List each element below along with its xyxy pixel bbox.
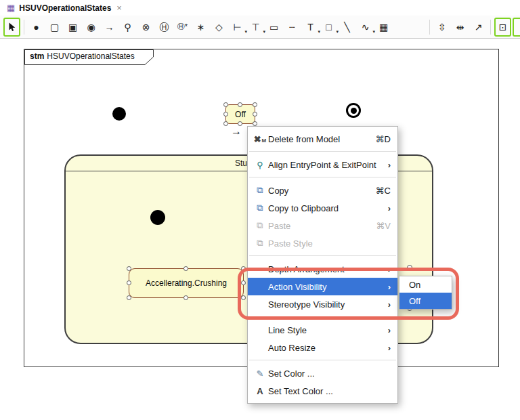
pointer-icon [7,22,16,32]
state-icon: ▢ [50,22,59,32]
selection-handle[interactable] [223,112,228,117]
menu-item-delete-from-model[interactable]: ✖M Delete from Model ⌘D [248,130,397,148]
selection-handle[interactable] [241,266,246,271]
menu-item-line-style[interactable]: Line Style › [248,321,397,339]
anchor-tool[interactable]: ┄ [284,18,301,37]
menu-item-label: Auto Resize [268,343,377,353]
selection-handle[interactable] [127,280,131,285]
menu-item-action-visibility[interactable]: Action Visibility › [248,278,397,295]
pin-tool[interactable]: ↗ [470,18,487,37]
menu-item-label: Paste Style [268,238,391,249]
shallow-history-tool[interactable]: Ⓗ [156,18,173,37]
final-state[interactable] [346,103,361,118]
final-state-tool[interactable]: ◉ [83,18,100,37]
initial-state-tool[interactable]: ● [28,18,45,37]
transition-manipulator-icon[interactable]: → [231,126,242,137]
state-off[interactable]: Off [225,104,255,124]
transition-tool[interactable]: → [101,18,118,37]
state-label: Accellerating.Crushing [146,278,227,288]
image-shape-tool[interactable]: ⊡ [494,18,511,37]
tab-hsuv-operational-states[interactable]: ▦ HSUVOperationalStates × [0,0,129,16]
exit-point-icon: ⊗ [142,22,150,32]
note-tool[interactable]: ▭ [265,18,282,37]
state-tool[interactable]: ▢ [46,18,63,37]
distribute-vertical-tool[interactable]: ⇳ [433,18,450,37]
selection-handle[interactable] [241,280,246,285]
choice-icon: ◇ [215,22,223,32]
frame-label: stmHSUVOperationalStates [30,51,135,61]
menu-item-auto-resize[interactable]: Auto Resize › [248,339,397,356]
selection-handle[interactable] [183,295,188,300]
menu-shortcut: ⌘V [376,221,391,231]
delete-from-model-icon: ✖M [252,134,268,144]
submenu-arrow-icon: › [388,203,391,213]
selection-handle[interactable] [223,121,228,126]
selection-handle[interactable] [238,102,242,107]
menu-item-label: Stereotype Visibility [268,299,377,310]
selection-handle[interactable] [127,266,131,271]
entry-point-icon: ⚲ [252,160,268,170]
initial-pseudostate[interactable] [112,107,126,121]
curve-tool[interactable]: ∿▾ [357,18,374,37]
selection-handle[interactable] [241,295,246,300]
state-accellerating-crushing[interactable]: Accellerating.Crushing [129,268,244,298]
selection-handle[interactable] [253,121,257,126]
distribute-vertical-icon: ⇳ [438,22,446,32]
image-shape-icon: ⊡ [499,22,507,32]
fork-icon: ⊢ [233,22,241,32]
tab-bar: ▦ HSUVOperationalStates × [0,0,520,16]
selection-handle[interactable] [223,102,228,107]
menu-separator [249,177,396,177]
copy-icon: ⧉ [252,203,268,213]
entry-point-tool[interactable]: ⚲ [119,18,136,37]
selection-handle[interactable] [183,266,188,271]
menu-item-paste-style: ⧉ Paste Style [248,234,397,252]
deep-history-tool[interactable]: Ⓗ* [174,18,191,37]
rectangle-tool[interactable]: □▾ [320,18,337,37]
menu-item-label: Set Text Color ... [268,386,391,396]
menu-item-label: Set Color ... [268,369,391,379]
selection-handle[interactable] [253,102,257,107]
final-state-icon: ◉ [87,22,95,32]
composite-state-label: Stu [235,159,247,168]
transition-icon: → [105,22,114,32]
pointer-tool[interactable] [3,18,20,37]
junction-tool[interactable]: ∗ [192,18,209,37]
fork-tool[interactable]: ⊢▾ [229,18,246,37]
choice-tool[interactable]: ◇ [211,18,228,37]
join-tool[interactable]: ⊤▾ [247,18,264,37]
frame-keyword: stm [30,51,44,61]
diagram-toolbar: ● ▢ ▣ ◉ → ⚲ ⊗ Ⓗ Ⓗ* ∗ ◇ ⊢▾ ⊤▾ ▭ ┄ T▾ □▾ ╲… [0,16,520,39]
inner-initial-pseudostate[interactable] [150,210,165,225]
menu-item-label: Paste [268,221,365,231]
menu-item-align-entrypoint-exitpoint[interactable]: ⚲ Align EntryPoint & ExitPoint › [248,156,397,173]
menu-item-label: Action Visibility [268,282,377,292]
line-tool[interactable]: ╲ [339,18,355,37]
menu-shortcut: ⌘C [376,186,391,196]
submenu-item-off[interactable]: Off [399,293,452,309]
clipped-tool[interactable] [513,18,520,37]
menu-item-set-text-color[interactable]: A Set Text Color ... [248,382,397,400]
set-color-icon: ✎ [252,369,268,379]
center-horizontal-icon: ⇹ [456,22,464,32]
menu-item-copy-to-clipboard[interactable]: ⧉ Copy to Clipboard › [248,199,397,217]
set-text-color-icon: A [252,386,268,396]
menu-item-set-color[interactable]: ✎ Set Color ... [248,364,397,382]
submachine-state-tool[interactable]: ▣ [64,18,81,37]
submenu-item-on[interactable]: On [399,276,452,293]
menu-item-depth-arrangement[interactable]: Depth Arrangement › [248,260,397,278]
selection-handle[interactable] [127,295,131,300]
frame-name: HSUVOperationalStates [47,51,134,61]
state-label: Off [235,110,246,119]
center-horizontal-tool[interactable]: ⇹ [452,18,469,37]
deep-history-icon: Ⓗ* [177,23,188,30]
selection-handle[interactable] [253,112,257,117]
image-tool[interactable]: ▦ [375,18,392,37]
menu-item-copy[interactable]: ⧉ Copy ⌘C [248,182,397,199]
tab-close-icon[interactable]: × [116,3,122,13]
line-icon: ╲ [344,22,349,32]
selection-handle[interactable] [407,265,412,270]
menu-item-stereotype-visibility[interactable]: Stereotype Visibility › [248,295,397,313]
text-tool[interactable]: T▾ [302,18,319,37]
exit-point-tool[interactable]: ⊗ [137,18,154,37]
